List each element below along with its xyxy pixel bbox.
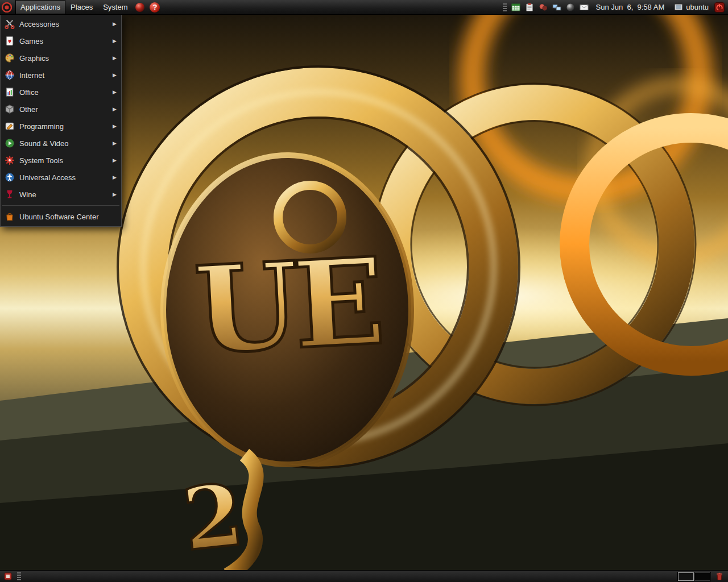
games-icon xyxy=(5,36,15,46)
menu-applications[interactable]: Applications xyxy=(15,0,65,14)
submenu-arrow-icon: ▶ xyxy=(113,89,117,95)
internet-icon xyxy=(5,70,15,80)
menu-item-label: Programming xyxy=(19,122,64,131)
accessories-icon xyxy=(5,19,15,29)
bottom-panel xyxy=(0,570,728,582)
submenu-arrow-icon: ▶ xyxy=(113,106,117,112)
menu-item-label: Wine xyxy=(19,190,36,199)
wallpaper-accent-text: 2 xyxy=(179,464,248,569)
menu-places[interactable]: Places xyxy=(65,0,98,14)
menu-applications-label: Applications xyxy=(20,3,60,11)
submenu-arrow-icon: ▶ xyxy=(113,55,117,61)
menu-item-label: Other xyxy=(19,105,38,114)
menu-item-label: Games xyxy=(19,37,43,45)
workspace-1[interactable] xyxy=(678,572,694,581)
applications-menu: Accessories ▶ Games ▶ Graphics ▶ Interne… xyxy=(0,14,122,227)
universal-access-icon xyxy=(5,172,15,182)
spreadsheet-indicator-icon[interactable] xyxy=(511,2,521,13)
menu-item-system-tools[interactable]: System Tools ▶ xyxy=(1,152,121,169)
programming-icon xyxy=(5,121,15,131)
menu-item-software-center[interactable]: Ubuntu Software Center xyxy=(1,208,121,225)
menu-item-other[interactable]: Other ▶ xyxy=(1,101,121,118)
menu-item-graphics[interactable]: Graphics ▶ xyxy=(1,49,121,66)
submenu-arrow-icon: ▶ xyxy=(113,174,117,180)
show-desktop-button[interactable] xyxy=(3,572,13,581)
workspace-2[interactable] xyxy=(694,572,710,581)
menu-item-label: Sound & Video xyxy=(19,139,69,148)
workspace-switcher xyxy=(677,572,711,581)
messaging-indicator-icon[interactable] xyxy=(538,2,548,13)
menu-item-office[interactable]: Office ▶ xyxy=(1,84,121,101)
network-indicator-icon[interactable] xyxy=(552,2,562,13)
wallpaper-logo-text: UE xyxy=(192,231,383,381)
help-launcher-icon[interactable]: ? xyxy=(150,2,160,13)
office-icon xyxy=(5,87,15,97)
software-center-icon xyxy=(5,211,15,222)
menu-item-label: Office xyxy=(19,88,39,97)
menu-item-sound-video[interactable]: Sound & Video ▶ xyxy=(1,135,121,152)
menu-item-games[interactable]: Games ▶ xyxy=(1,32,121,49)
menu-item-wine[interactable]: Wine ▶ xyxy=(1,186,121,203)
question-mark-glyph: ? xyxy=(153,3,158,11)
shutdown-button[interactable] xyxy=(714,2,726,13)
submenu-arrow-icon: ▶ xyxy=(113,140,117,146)
menu-item-internet[interactable]: Internet ▶ xyxy=(1,66,121,84)
clock-applet[interactable]: Sun Jun 6, 9:58 AM xyxy=(596,3,665,11)
menu-item-label: Graphics xyxy=(19,54,49,63)
window-list-grip[interactable] xyxy=(17,572,21,580)
mail-indicator-icon[interactable] xyxy=(579,2,589,13)
sound-video-icon xyxy=(5,138,15,148)
menu-item-accessories[interactable]: Accessories ▶ xyxy=(1,15,121,32)
graphics-icon xyxy=(5,53,15,63)
menu-system[interactable]: System xyxy=(98,0,133,14)
menu-item-label: Accessories xyxy=(19,20,59,28)
menu-item-label: Universal Access xyxy=(19,173,76,182)
submenu-arrow-icon: ▶ xyxy=(113,21,117,27)
menu-system-label: System xyxy=(103,3,127,11)
system-tools-icon xyxy=(5,155,15,165)
menu-item-label: Ubuntu Software Center xyxy=(19,213,98,221)
trash-applet-icon[interactable] xyxy=(715,572,725,581)
clipboard-indicator-icon[interactable] xyxy=(524,2,535,13)
wine-icon xyxy=(5,189,15,199)
menu-item-universal-access[interactable]: Universal Access ▶ xyxy=(1,169,121,186)
submenu-arrow-icon: ▶ xyxy=(113,192,117,197)
menu-item-label: Internet xyxy=(19,71,44,80)
tray-grip[interactable] xyxy=(503,3,507,11)
user-switcher[interactable]: ubuntu xyxy=(669,0,713,14)
user-session-icon xyxy=(674,3,683,12)
submenu-arrow-icon: ▶ xyxy=(113,157,117,163)
user-name-label: ubuntu xyxy=(686,3,709,11)
menu-places-label: Places xyxy=(71,3,93,11)
menu-item-label: System Tools xyxy=(19,156,63,165)
volume-indicator-icon[interactable] xyxy=(565,2,576,13)
distro-logo-icon[interactable] xyxy=(2,2,13,13)
top-panel: Applications Places System ? Sun Jun 6, … xyxy=(0,0,728,15)
submenu-arrow-icon: ▶ xyxy=(113,72,117,78)
menu-separator xyxy=(2,205,119,206)
other-icon xyxy=(5,104,15,114)
browser-launcher-icon[interactable] xyxy=(135,2,145,13)
submenu-arrow-icon: ▶ xyxy=(113,38,117,44)
submenu-arrow-icon: ▶ xyxy=(113,123,117,129)
menu-item-programming[interactable]: Programming ▶ xyxy=(1,118,121,135)
